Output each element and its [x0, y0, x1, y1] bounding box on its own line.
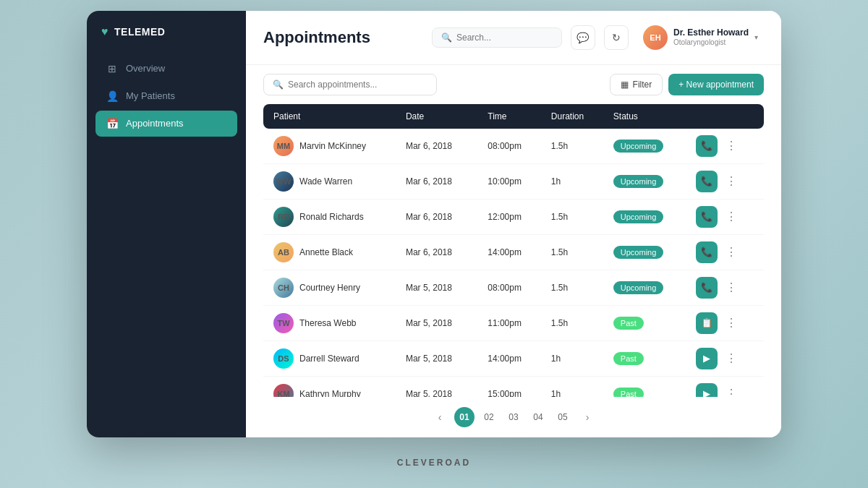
appointment-duration: 1.5h [541, 129, 603, 164]
appointments-table: Patient Date Time Duration Status MM Mar… [263, 104, 764, 397]
appointment-time: 12:00pm [477, 199, 541, 234]
appointment-duration: 1h [541, 163, 603, 199]
status-badge: Upcoming [613, 140, 664, 153]
page-button-4[interactable]: 04 [528, 407, 548, 427]
table-row: AB Annette Black Mar 6, 2018 14:00pm 1.5… [263, 234, 764, 270]
logo-text: TELEMED [114, 26, 165, 38]
refresh-icon: ↻ [612, 32, 621, 43]
patient-avatar: RR [273, 207, 294, 227]
appointment-date: Mar 6, 2018 [396, 129, 477, 164]
patient-name: Annette Black [299, 247, 353, 257]
table-row: TW Theresa Webb Mar 5, 2018 11:00pm 1.5h… [263, 305, 764, 341]
patient-name: Wade Warren [299, 176, 352, 187]
page-button-3[interactable]: 03 [503, 407, 524, 427]
play-button[interactable]: ▶ [696, 383, 718, 397]
patient-name: Marvin McKinney [299, 141, 366, 151]
global-search-input[interactable] [456, 33, 553, 43]
filter-icon: ▦ [621, 80, 629, 90]
more-options-button[interactable]: ⋮ [720, 383, 742, 397]
patient-avatar: CH [273, 278, 294, 298]
row-actions: ▶ ⋮ [686, 376, 764, 397]
toolbar-actions: ▦ Filter + New appointment [610, 74, 764, 95]
patient-avatar: AB [273, 242, 294, 262]
record-button[interactable]: 📋 [696, 312, 718, 334]
doctor-profile[interactable]: EH Dr. Esther Howard Otolaryngologist ▾ [637, 22, 764, 53]
toolbar: 🔍 ▦ Filter + New appointment [246, 65, 781, 104]
sidebar-item-overview-label: Overview [126, 63, 165, 74]
appointments-table-container: Patient Date Time Duration Status MM Mar… [246, 104, 781, 397]
patient-name: Ronald Richards [299, 212, 364, 222]
col-duration: Duration [541, 104, 603, 129]
table-row: KM Kathryn Murphy Mar 5, 2018 15:00pm 1h… [263, 376, 764, 397]
call-button[interactable]: 📞 [696, 171, 718, 192]
col-actions [686, 104, 764, 129]
call-button[interactable]: 📞 [696, 277, 718, 299]
global-search[interactable]: 🔍 [432, 27, 562, 48]
table-row: CH Courtney Henry Mar 5, 2018 08:00pm 1.… [263, 270, 764, 305]
new-appt-label: + New appointment [678, 80, 754, 90]
call-button[interactable]: 📞 [696, 241, 718, 263]
table-row: DS Darrell Steward Mar 5, 2018 14:00pm 1… [263, 341, 764, 376]
sidebar-item-my-patients[interactable]: 👤 My Patients [95, 83, 237, 109]
new-appointment-button[interactable]: + New appointment [668, 74, 764, 95]
status-badge: Upcoming [613, 210, 664, 223]
sidebar-item-appointments[interactable]: 📅 Appointments [95, 111, 237, 137]
patient-avatar: KM [273, 384, 294, 397]
sidebar-item-appointments-label: Appointments [126, 118, 184, 129]
filter-button[interactable]: ▦ Filter [610, 74, 663, 95]
row-actions: 📞 ⋮ [686, 163, 764, 199]
main-content: Appointments 🔍 💬 ↻ EH [246, 11, 781, 437]
more-options-button[interactable]: ⋮ [720, 135, 742, 157]
appointment-duration: 1.5h [541, 270, 603, 305]
appointment-status: Upcoming [603, 163, 686, 199]
more-options-button[interactable]: ⋮ [720, 348, 742, 369]
filter-label: Filter [633, 80, 652, 90]
col-time: Time [477, 104, 541, 129]
patient-name: Theresa Webb [299, 318, 357, 328]
more-options-button[interactable]: ⋮ [720, 312, 742, 334]
row-actions: 📞 ⋮ [686, 234, 764, 270]
more-options-button[interactable]: ⋮ [720, 277, 742, 299]
appointment-search[interactable]: 🔍 [263, 74, 437, 95]
appointment-date: Mar 5, 2018 [396, 305, 477, 341]
footer-brand: CLEVEROAD [397, 448, 471, 478]
row-actions: 📋 ⋮ [686, 305, 764, 341]
header: Appointments 🔍 💬 ↻ EH [246, 11, 781, 65]
refresh-button[interactable]: ↻ [604, 25, 629, 50]
play-button[interactable]: ▶ [696, 348, 718, 369]
more-options-button[interactable]: ⋮ [720, 206, 742, 228]
appointment-date: Mar 6, 2018 [396, 234, 477, 270]
patient-cell: CH Courtney Henry [263, 270, 396, 305]
next-page-button[interactable]: › [577, 407, 597, 427]
appointment-date: Mar 5, 2018 [396, 341, 477, 376]
sidebar-item-overview[interactable]: ⊞ Overview [95, 56, 237, 82]
appointment-time: 10:00pm [477, 163, 541, 199]
patient-cell: WW Wade Warren [263, 163, 396, 199]
overview-icon: ⊞ [106, 63, 119, 74]
appointment-time: 14:00pm [477, 341, 541, 376]
col-status: Status [603, 104, 686, 129]
page-button-2[interactable]: 02 [479, 407, 499, 427]
appointment-search-input[interactable] [288, 80, 427, 90]
call-button[interactable]: 📞 [696, 206, 718, 228]
appointment-status: Past [603, 305, 686, 341]
appointment-duration: 1.5h [541, 199, 603, 234]
prev-page-button[interactable]: ‹ [430, 407, 450, 427]
page-button-1[interactable]: 01 [454, 407, 475, 427]
appointment-status: Upcoming [603, 129, 686, 164]
patient-avatar: TW [273, 313, 294, 333]
patient-name: Courtney Henry [299, 283, 360, 293]
col-patient: Patient [263, 104, 396, 129]
patient-avatar: MM [273, 136, 294, 156]
appointment-status: Past [603, 341, 686, 376]
more-options-button[interactable]: ⋮ [720, 241, 742, 263]
call-button[interactable]: 📞 [696, 135, 718, 157]
patient-name: Kathryn Murphy [299, 389, 361, 397]
appointment-time: 11:00pm [477, 305, 541, 341]
status-badge: Past [613, 388, 644, 397]
patient-cell: MM Marvin McKinney [263, 129, 396, 164]
table-header-row: Patient Date Time Duration Status [263, 104, 764, 129]
messages-button[interactable]: 💬 [571, 25, 595, 50]
page-button-5[interactable]: 05 [553, 407, 573, 427]
more-options-button[interactable]: ⋮ [720, 171, 742, 192]
